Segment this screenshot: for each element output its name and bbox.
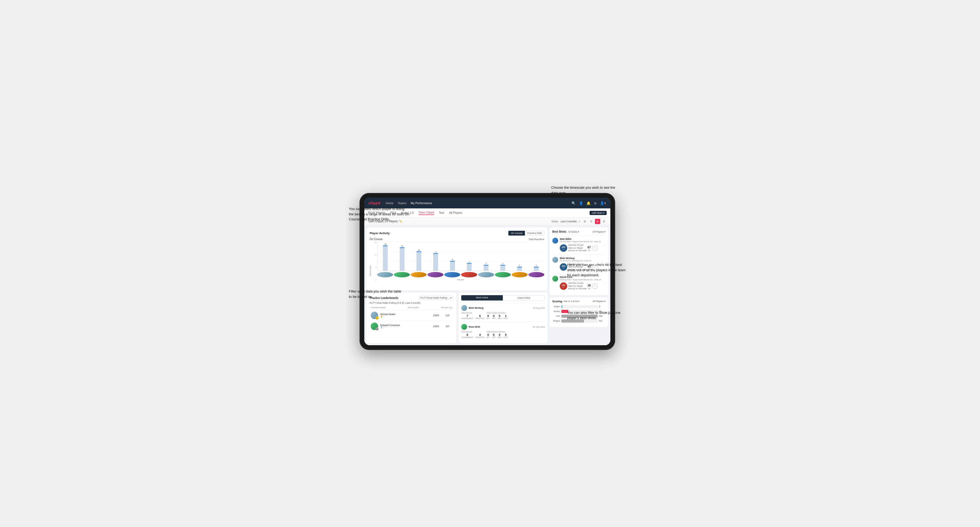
y-tick-15: 15 xyxy=(374,242,376,243)
scoring-players-chevron: ▾ xyxy=(604,300,606,303)
annotation-player-shots-filter: You can also filter to show just one pla… xyxy=(567,310,628,321)
shot-details-row-1: 200 SG Shot Dist: 43 yds Start Lie: Roug… xyxy=(560,263,606,271)
x-axis-label: Players xyxy=(377,278,544,281)
shot-item-2[interactable]: David Ford 24 Aug 2023 · Royal North Dev… xyxy=(552,273,606,292)
settings-view-btn[interactable]: ⚙ xyxy=(601,219,607,224)
practice-rounds-0: 6 Practice xyxy=(476,314,484,319)
list-view-btn[interactable]: ☰ xyxy=(589,219,594,224)
bar-group-1: 12 xyxy=(394,242,410,271)
shot-item-0[interactable]: Matt Miller 09 Jun 2023 · Royal North De… xyxy=(552,235,606,254)
nav-icons: 🔍 👤 🔔 ⊕ 👤▾ xyxy=(571,201,606,205)
grid-view-btn[interactable]: ⊞ xyxy=(582,219,587,224)
all-players-chevron: ▾ xyxy=(604,230,606,233)
leaderboard-row-1[interactable]: 2 Edward Crossman 🥈 2 18/20 107 xyxy=(370,321,453,332)
practice-drills-btn[interactable]: Practice Drills xyxy=(525,231,544,236)
shot-stat-dist-1: 43 yds xyxy=(587,264,591,270)
bar-group-3: 9 xyxy=(428,242,444,271)
bar-7 xyxy=(500,265,505,271)
player-avatar-7[interactable] xyxy=(495,272,511,277)
col-pb-avg-sq: PB Avg SQ xyxy=(441,306,452,309)
shot-info-text-0: Shot Dist: 67 yds Start Lie: Rough End L… xyxy=(568,244,586,252)
shot-avatar-1 xyxy=(552,257,558,263)
rank-icon-2: 🥈 2 xyxy=(380,327,429,329)
practice-numbers-0: 0 GTT 0 APP xyxy=(487,314,508,319)
shot-player-info-2: David Ford 24 Aug 2023 · Royal North Dev… xyxy=(560,276,606,290)
leaderboard-avatar-1: 2 xyxy=(371,322,378,330)
player-avatar-8[interactable] xyxy=(512,272,528,277)
user-icon[interactable]: 👤 xyxy=(579,201,583,205)
bar-val-2: 10 xyxy=(418,249,420,251)
bar-group-6: 3 xyxy=(478,242,494,271)
shot-player-detail-2: 24 Aug 2023 · Royal North Devon GC, Hole… xyxy=(560,278,606,281)
shot-player-detail-1: 23 Jul 2023 · Ashridge GC, Hole 15 xyxy=(560,259,606,262)
total-rounds-section-1: Total Rounds 8 Tournament 4 xyxy=(461,331,484,338)
heart-view-btn[interactable]: ♥ xyxy=(595,219,600,224)
shot-stats-1: 43 yds 0 xyxy=(587,264,598,270)
scoring-par-dropdown[interactable]: Par 3, 4 & 5s ▾ xyxy=(564,300,579,303)
shot-player-detail-0: 09 Jun 2023 · Royal North Devon GC, Hole… xyxy=(560,240,606,243)
scoring-par-chevron: ▾ xyxy=(578,300,579,303)
player-avatar-1[interactable] xyxy=(394,272,410,277)
most-active-tab[interactable]: Most Active xyxy=(461,295,503,300)
sub-nav-all-players[interactable]: All Players xyxy=(449,211,462,215)
leaderboard-row-0[interactable]: 1 Richard Butler 🏆 1 19/20 110 xyxy=(370,310,453,321)
leaderboard-dropdown[interactable]: PUTT Must Make Putting ... ▾ xyxy=(419,296,453,300)
bar-val-1: 12 xyxy=(401,245,403,247)
shot-stat-zero-0: 0 xyxy=(592,245,598,251)
nav-link-myperformance[interactable]: My Performance xyxy=(410,202,432,205)
scoring-players-dropdown[interactable]: All Players ▾ xyxy=(592,300,606,303)
scoring-bar-eagles: Eagles 3 xyxy=(552,305,606,308)
nav-link-home[interactable]: Home xyxy=(386,202,393,205)
dropdown-chevron: ▾ xyxy=(579,220,580,223)
gtt-1: 0 GTT xyxy=(487,333,490,338)
bar-val-8: 2 xyxy=(519,265,520,267)
leaderboard-player-info-0: Richard Butler 🏆 1 xyxy=(380,313,429,318)
time-filter-dropdown[interactable]: Last 3 months xyxy=(561,220,577,223)
shot-badge-2: 198 SG xyxy=(560,283,567,290)
shot-player-info-1: Blair McHarg 23 Jul 2023 · Ashridge GC, … xyxy=(560,257,606,271)
all-players-dropdown[interactable]: All Players ▾ xyxy=(592,230,606,233)
shot-avatar-0 xyxy=(552,238,558,243)
player-avatar-0[interactable] xyxy=(377,272,393,277)
plus-icon[interactable]: ⊕ xyxy=(594,201,597,205)
practice-leaderboards-card: Practice Leaderboards PUTT Must Make Put… xyxy=(366,292,457,343)
nav-logo: clippd xyxy=(369,201,380,205)
scoring-track-eagles xyxy=(562,305,598,308)
shot-item-1[interactable]: Blair McHarg 23 Jul 2023 · Ashridge GC, … xyxy=(552,254,606,274)
chart-metric-dropdown[interactable]: Total Rounds ▾ xyxy=(528,238,544,241)
search-icon[interactable]: 🔍 xyxy=(571,201,576,205)
shot-stat-dist-2: 16 yds xyxy=(587,283,591,289)
sub-nav-tour[interactable]: Tour xyxy=(439,211,444,215)
scoring-title: Scoring xyxy=(552,300,562,303)
sub-nav-team-clippd[interactable]: Team Clippd xyxy=(418,211,434,215)
player-avatar-2[interactable] xyxy=(410,272,426,277)
leaderboard-player-name-0: Richard Butler xyxy=(380,313,429,316)
player-avatar-9[interactable] xyxy=(528,272,544,277)
active-player-header-1: Rees Britt 02 Sep 2023 xyxy=(461,324,545,330)
on-course-label: On Course xyxy=(370,238,382,241)
bar-val-6: 3 xyxy=(485,263,487,265)
on-course-btn[interactable]: On Course xyxy=(508,231,525,236)
nav-link-teams[interactable]: Teams xyxy=(398,202,406,205)
dropdown-arrow: ▾ xyxy=(543,238,544,241)
practice-numbers-1: 0 GTT 0 APP xyxy=(487,333,508,338)
bell-icon[interactable]: 🔔 xyxy=(586,201,591,205)
all-shots-dropdown[interactable]: All Shots ▾ xyxy=(568,230,579,233)
pb-score-0: 19/20 xyxy=(431,314,441,317)
player-avatar-4[interactable] xyxy=(444,272,460,277)
least-active-tab[interactable]: Least Active xyxy=(503,295,545,300)
player-avatar-3[interactable] xyxy=(428,272,444,277)
player-avatar-5[interactable] xyxy=(461,272,477,277)
add-team-button[interactable]: Add Team ▾ xyxy=(590,211,607,215)
shot-info-text-2: Shot Dist: 16 yds Start Lie: Rough End L… xyxy=(568,282,586,290)
active-player-avatar-1 xyxy=(461,324,467,330)
shot-chevron-1: › xyxy=(605,262,606,265)
bar-9 xyxy=(534,267,539,271)
scoring-label-bogeys: Bogeys xyxy=(552,320,560,322)
y-tick-0: 0 xyxy=(375,279,376,281)
bar-4 xyxy=(450,261,455,271)
pb-avg-sq-1: 107 xyxy=(443,325,452,328)
profile-icon[interactable]: 👤▾ xyxy=(600,201,606,205)
player-avatar-6[interactable] xyxy=(478,272,494,277)
bar-val-4: 5 xyxy=(452,259,453,260)
